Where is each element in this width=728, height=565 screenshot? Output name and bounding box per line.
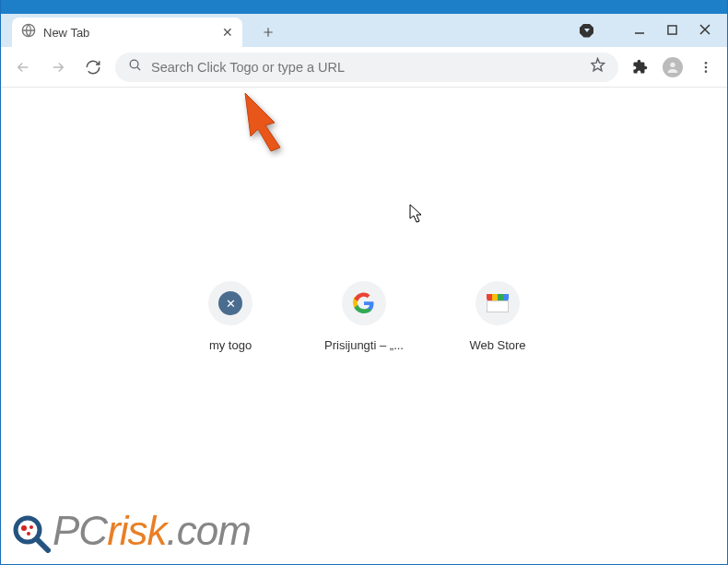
- watermark: PCrisk.com: [12, 508, 251, 554]
- search-icon: [128, 58, 142, 76]
- toolbar: [1, 47, 727, 88]
- watermark-text-pc: PC: [53, 508, 107, 554]
- tab-active[interactable]: New Tab ✕: [12, 18, 242, 47]
- window-controls: [580, 14, 727, 47]
- reload-button[interactable]: [80, 54, 106, 80]
- shortcut-label: my togo: [189, 338, 272, 352]
- svg-point-8: [21, 525, 27, 531]
- tab-title: New Tab: [43, 26, 215, 40]
- minimize-button[interactable]: [634, 22, 645, 39]
- forward-button[interactable]: [45, 54, 71, 80]
- browser-window: New Tab ✕: [0, 0, 728, 565]
- close-tab-button[interactable]: ✕: [222, 26, 233, 39]
- togo-icon: ✕: [218, 291, 242, 315]
- svg-rect-1: [668, 26, 676, 34]
- svg-point-2: [130, 60, 138, 68]
- tab-strip: New Tab ✕: [1, 14, 727, 47]
- shortcut-my-togo[interactable]: ✕ my togo: [189, 281, 272, 352]
- svg-point-10: [27, 532, 30, 536]
- svg-point-6: [705, 70, 708, 73]
- svg-point-9: [29, 525, 33, 529]
- arrow-annotation-icon: [234, 90, 299, 155]
- shortcut-icon: [342, 281, 386, 325]
- search-input[interactable]: [151, 60, 581, 75]
- content-area: ✕ my togo Prisijungti – „...: [1, 88, 727, 563]
- shortcuts-row: ✕ my togo Prisijungti – „...: [189, 281, 539, 352]
- svg-point-4: [705, 62, 708, 65]
- maximize-button[interactable]: [667, 22, 677, 39]
- shortcut-label: Web Store: [456, 338, 539, 352]
- google-icon: [353, 292, 375, 314]
- address-bar[interactable]: [115, 53, 618, 82]
- shortcut-label: Prisijungti – „...: [323, 338, 405, 352]
- close-window-button[interactable]: [699, 22, 710, 39]
- shortcut-icon: [476, 281, 520, 325]
- shortcut-web-store[interactable]: Web Store: [456, 281, 539, 352]
- shortcut-icon: ✕: [208, 281, 252, 325]
- shortcut-prisijungti[interactable]: Prisijungti – „...: [323, 281, 405, 352]
- back-button[interactable]: [10, 54, 36, 80]
- extensions-button[interactable]: [628, 59, 652, 75]
- new-tab-button[interactable]: [255, 19, 281, 45]
- watermark-text-com: .com: [167, 508, 251, 554]
- titlebar: [1, 0, 727, 14]
- menu-button[interactable]: [694, 60, 718, 75]
- webstore-icon: [487, 294, 509, 312]
- watermark-text-risk: risk: [107, 508, 166, 554]
- stop-sign-icon: [580, 24, 593, 38]
- bookmark-icon[interactable]: [590, 57, 605, 77]
- svg-point-5: [705, 65, 708, 68]
- magnifier-icon: [12, 514, 51, 553]
- globe-icon: [21, 23, 36, 41]
- cursor-icon: [409, 204, 424, 224]
- svg-point-3: [670, 62, 675, 66]
- profile-button[interactable]: [661, 57, 685, 77]
